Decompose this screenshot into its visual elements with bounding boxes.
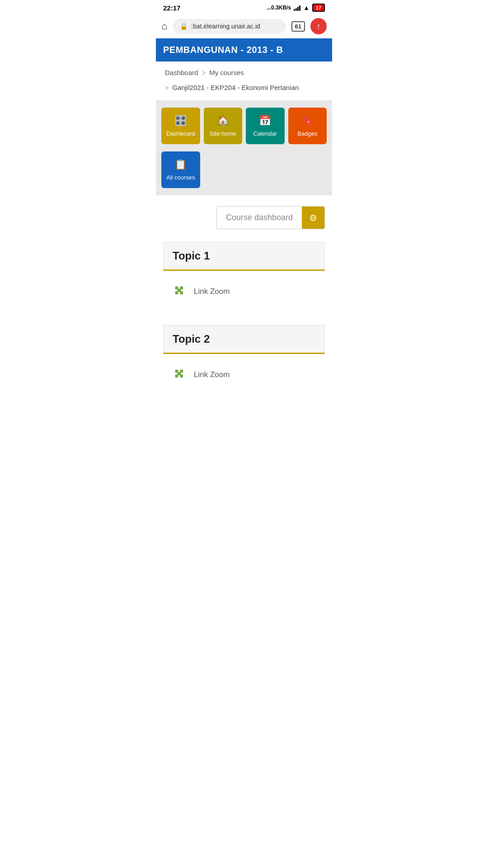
network-speed: ...0.3KB/s	[267, 5, 291, 11]
course-path: > Ganjil2021 - EKP204 - Ekonomi Pertania…	[156, 80, 332, 100]
sitehome-label: Site home	[210, 130, 236, 137]
lock-icon: 🔒	[180, 23, 188, 30]
breadcrumb-separator: >	[202, 69, 206, 76]
breadcrumb-current: My courses	[209, 69, 244, 76]
puzzle-icon	[170, 283, 187, 300]
battery-indicator: 17	[312, 4, 325, 12]
dashboard-label: Dashboard	[166, 130, 195, 137]
course-path-label[interactable]: Ganjil2021 - EKP204 - Ekonomi Pertanian	[172, 84, 299, 91]
calendar-label: Calendar	[253, 130, 277, 137]
wifi-icon: ▲	[303, 4, 310, 11]
link-zoom-1[interactable]: Link Zoom	[194, 287, 230, 296]
course-dashboard-box: Course dashboard ⚙	[216, 206, 325, 229]
link-zoom-2[interactable]: Link Zoom	[194, 370, 230, 379]
course-dashboard-label: Course dashboard	[217, 207, 302, 229]
tab-count[interactable]: 61	[291, 21, 305, 32]
topic-2-title: Topic 2	[173, 333, 210, 345]
time: 22:17	[163, 4, 180, 12]
browser-bar: ⌂ 🔒 :bat.elearning.unair.ac.id 61 ↑	[156, 14, 332, 38]
topic-2-header: Topic 2	[163, 325, 325, 354]
topic-section-1: Topic 1 Link Zoom	[163, 242, 325, 312]
course-dashboard-header: Course dashboard ⚙	[163, 206, 325, 229]
nav-button-allcourses[interactable]: 📋 All courses	[161, 151, 200, 188]
topic-1-title: Topic 1	[173, 250, 210, 262]
url-text: :bat.elearning.unair.ac.id	[191, 23, 278, 30]
status-right: ...0.3KB/s ▲ 17	[267, 4, 325, 12]
gear-button[interactable]: ⚙	[302, 207, 324, 229]
home-button[interactable]: ⌂	[161, 20, 167, 32]
nav-button-dashboard[interactable]: 🎛️ Dashboard	[161, 108, 200, 144]
upload-button[interactable]: ↑	[310, 18, 327, 34]
page-banner: PEMBANGUNAN - 2013 - B	[156, 38, 332, 61]
nav-button-calendar[interactable]: 📅 Calendar	[246, 108, 285, 144]
calendar-icon: 📅	[259, 115, 271, 127]
badges-icon: 🔖	[301, 115, 314, 127]
allcourses-label: All courses	[166, 174, 195, 181]
nav-button-badges[interactable]: 🔖 Badges	[288, 108, 327, 144]
topic-section-2: Topic 2 Link Zoom	[163, 325, 325, 396]
nav-grid: 🎛️ Dashboard 🏠 Site home 📅 Calendar 🔖 Ba…	[156, 100, 332, 151]
badges-label: Badges	[297, 130, 317, 137]
signal-icon	[294, 5, 300, 11]
breadcrumb: Dashboard > My courses	[156, 61, 332, 80]
gear-icon: ⚙	[309, 212, 317, 223]
topic-1-content: Link Zoom	[163, 271, 325, 312]
banner-title: PEMBANGUNAN - 2013 - B	[163, 45, 283, 55]
breadcrumb-home[interactable]: Dashboard	[165, 69, 198, 76]
status-bar: 22:17 ...0.3KB/s ▲ 17	[156, 0, 332, 14]
dashboard-icon: 🎛️	[174, 115, 187, 127]
sitehome-icon: 🏠	[217, 115, 229, 127]
nav-row2: 📋 All courses	[156, 151, 332, 195]
course-path-arrow: >	[165, 84, 169, 91]
list-item: Link Zoom	[170, 363, 318, 387]
puzzle-icon	[170, 367, 187, 383]
allcourses-icon: 📋	[174, 159, 187, 170]
list-item: Link Zoom	[170, 280, 318, 303]
topic-2-content: Link Zoom	[163, 354, 325, 396]
nav-button-sitehome[interactable]: 🏠 Site home	[204, 108, 243, 144]
topic-1-header: Topic 1	[163, 242, 325, 271]
main-content: Course dashboard ⚙ Topic 1 Link Zoom Top…	[156, 195, 332, 419]
url-bar[interactable]: 🔒 :bat.elearning.unair.ac.id	[173, 19, 286, 33]
